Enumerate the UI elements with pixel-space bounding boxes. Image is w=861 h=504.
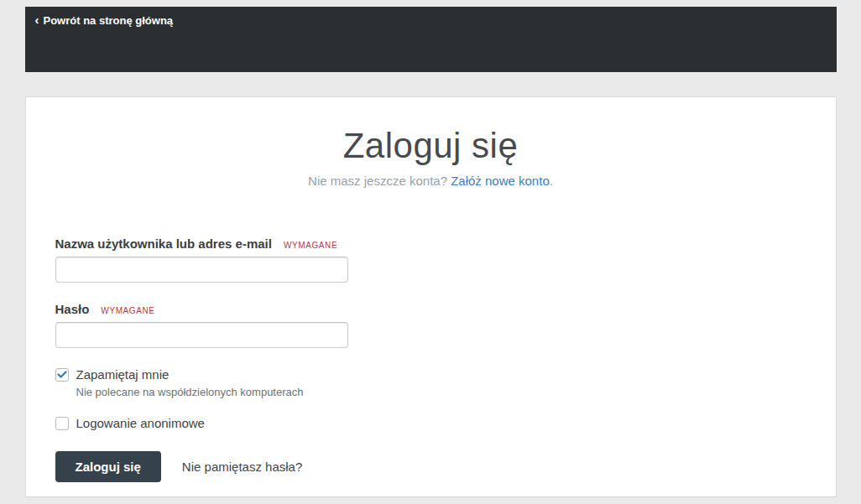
signup-prompt-period: . — [550, 174, 553, 188]
anonymous-login-checkbox[interactable] — [55, 417, 69, 430]
password-input[interactable] — [55, 322, 348, 348]
back-to-homepage-link[interactable]: ‹ Powrót na stronę główną — [35, 14, 174, 27]
username-required-badge: WYMAGANE — [284, 241, 337, 250]
chevron-left-icon: ‹ — [35, 13, 39, 26]
password-required-badge: WYMAGANE — [101, 306, 154, 315]
signup-prompt-text: Nie masz jeszcze konta? — [308, 174, 451, 188]
create-account-link[interactable]: Załóż nowe konto — [451, 174, 550, 188]
anonymous-login-row: Logowanie anonimowe — [55, 416, 836, 430]
password-label-row: Hasło WYMAGANE — [55, 302, 836, 316]
anonymous-login-label[interactable]: Logowanie anonimowe — [76, 416, 205, 430]
username-label-row: Nazwa użytkownika lub adres e-mail WYMAG… — [55, 236, 836, 251]
remember-me-checkbox[interactable] — [55, 368, 69, 382]
login-button[interactable]: Zaloguj się — [55, 451, 161, 482]
username-label: Nazwa użytkownika lub adres e-mail — [55, 236, 272, 251]
forgot-password-link[interactable]: Nie pamiętasz hasła? — [182, 460, 302, 474]
remember-me-row: Zapamiętaj mnie — [55, 367, 836, 382]
login-card: Zaloguj się Nie masz jeszcze konta? Załó… — [25, 96, 837, 497]
form-actions: Zaloguj się Nie pamiętasz hasła? — [55, 451, 836, 482]
page-title: Zaloguj się — [26, 126, 836, 166]
remember-me-label[interactable]: Zapamiętaj mnie — [76, 367, 170, 382]
password-label: Hasło — [55, 302, 90, 316]
back-link-label: Powrót na stronę główną — [44, 14, 174, 27]
username-field-group: Nazwa użytkownika lub adres e-mail WYMAG… — [55, 236, 836, 283]
checkmark-icon — [57, 371, 67, 379]
signup-prompt: Nie masz jeszcze konta? Załóż nowe konto… — [26, 174, 836, 188]
login-form: Nazwa użytkownika lub adres e-mail WYMAG… — [55, 236, 836, 482]
remember-me-hint: Nie polecane na współdzielonych komputer… — [76, 386, 836, 398]
username-input[interactable] — [55, 257, 348, 283]
password-field-group: Hasło WYMAGANE — [55, 302, 836, 348]
top-navigation-bar: ‹ Powrót na stronę główną — [25, 7, 837, 72]
remember-me-group: Zapamiętaj mnie Nie polecane na współdzi… — [55, 367, 836, 398]
